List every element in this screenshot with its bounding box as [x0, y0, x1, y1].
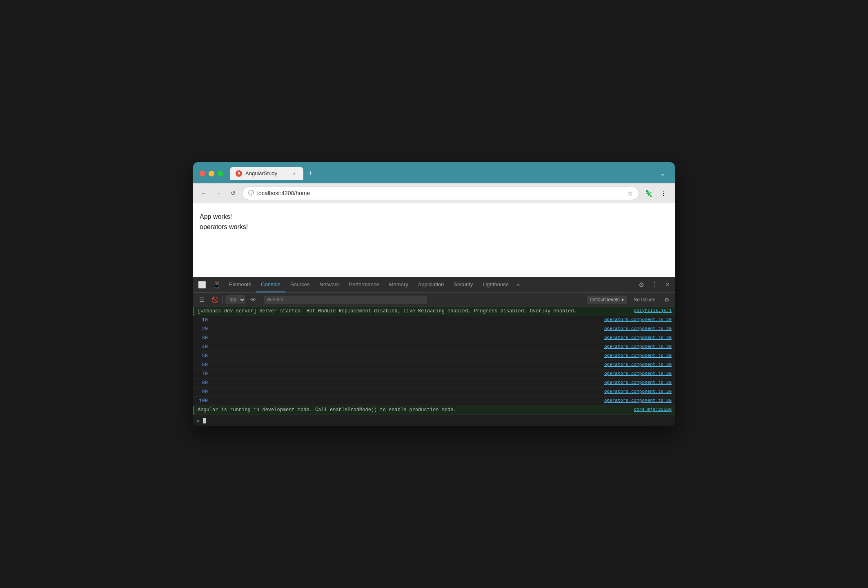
console-source-link[interactable]: operators.component.ts:20 [604, 353, 672, 358]
filter-input-container: ⊘ Filter [264, 296, 427, 304]
tab-lighthouse[interactable]: Lighthouse [478, 277, 514, 292]
console-line: Angular is running in development mode. … [193, 406, 675, 415]
tab-title: AngularStudy [245, 170, 277, 176]
filter-input[interactable] [273, 297, 297, 303]
back-button[interactable]: ← [198, 187, 209, 199]
console-line: 80operators.component.ts:20 [193, 379, 675, 388]
console-settings-button[interactable]: ⚙ [662, 295, 672, 305]
reload-button[interactable]: ↺ [227, 187, 239, 199]
console-sidebar-button[interactable]: ☰ [196, 294, 207, 305]
console-number: 80 [196, 380, 213, 386]
tabs-end: ⌄ [657, 168, 668, 179]
console-divider [223, 296, 223, 304]
console-number: 60 [196, 362, 213, 368]
minimize-button[interactable] [209, 171, 214, 176]
console-line: 50operators.component.ts:20 [193, 352, 675, 361]
no-issues-button[interactable]: No Issues [630, 296, 659, 304]
title-bar: A AngularStudy × + ⌄ [193, 162, 675, 183]
page-content: App works! operators works! [193, 203, 675, 277]
default-levels-button[interactable]: Default levels ▾ [587, 296, 627, 304]
tab-sources[interactable]: Sources [285, 277, 315, 292]
address-url: localhost:4200/home [257, 190, 624, 196]
console-line: 60operators.component.ts:20 [193, 361, 675, 370]
console-source-link[interactable]: operators.component.ts:20 [604, 389, 672, 394]
console-line: 20operators.component.ts:20 [193, 325, 675, 334]
tab-favicon: A [236, 170, 242, 177]
console-source-link[interactable]: operators.component.ts:20 [604, 344, 672, 349]
console-number: 70 [196, 371, 213, 377]
expand-button[interactable]: ⌄ [657, 168, 668, 179]
console-number: 40 [196, 344, 213, 350]
devtools-inspect-icon[interactable]: ⬜ [195, 281, 209, 289]
console-number: 30 [196, 335, 213, 341]
console-message-text: [webpack-dev-server] Server started: Hot… [198, 308, 628, 314]
devtools-menu-button[interactable]: ⋮ [649, 279, 660, 290]
tab-close-button[interactable]: × [291, 170, 298, 177]
more-tabs-button[interactable]: » [514, 282, 523, 288]
console-line: 40operators.component.ts:20 [193, 343, 675, 352]
traffic-lights [200, 171, 223, 176]
console-input-row: > [193, 415, 675, 426]
console-source-link[interactable]: operators.component.ts:20 [604, 362, 672, 367]
console-number: 10 [196, 317, 213, 323]
devtools-panel: ⬜ 📱 Elements Console Sources Network Per… [193, 277, 675, 426]
console-message-text: Angular is running in development mode. … [198, 407, 628, 413]
maximize-button[interactable] [218, 171, 223, 176]
console-source-link[interactable]: polyfills.js:1 [634, 308, 672, 313]
filter-icon: ⊘ [267, 297, 271, 303]
browser-tab[interactable]: A AngularStudy × [230, 167, 303, 180]
title-bar-top: A AngularStudy × + ⌄ [200, 167, 668, 180]
console-toolbar-right: Default levels ▾ No Issues ⚙ [587, 295, 672, 305]
console-source-link[interactable]: operators.component.ts:20 [604, 371, 672, 376]
devtools-close-button[interactable]: × [662, 279, 673, 290]
profile-button[interactable]: 🦎 [642, 187, 655, 200]
devtools-device-icon[interactable]: 📱 [209, 281, 224, 289]
tab-performance[interactable]: Performance [344, 277, 384, 292]
tab-application[interactable]: Application [413, 277, 449, 292]
tab-security[interactable]: Security [449, 277, 478, 292]
console-line: 100operators.component.ts:20 [193, 397, 675, 406]
console-number: 50 [196, 353, 213, 359]
console-line: 90operators.component.ts:20 [193, 388, 675, 397]
console-line: 10operators.component.ts:20 [193, 316, 675, 325]
new-tab-button[interactable]: + [305, 168, 316, 179]
address-bar: ← → ↺ ⓘ localhost:4200/home ☆ 🦎 ⋮ [193, 183, 675, 203]
console-source-link[interactable]: operators.component.ts:20 [604, 380, 672, 385]
console-source-link[interactable]: core.mjs:25520 [634, 407, 672, 412]
browser-window: A AngularStudy × + ⌄ ← → ↺ ⓘ localhost:4… [193, 162, 675, 426]
console-source-link[interactable]: operators.component.ts:20 [604, 317, 672, 322]
console-number: 20 [196, 326, 213, 332]
lock-icon: ⓘ [248, 189, 254, 197]
tab-memory[interactable]: Memory [384, 277, 413, 292]
address-field[interactable]: ⓘ localhost:4200/home ☆ [242, 187, 639, 200]
context-selector[interactable]: top [225, 295, 245, 304]
star-icon[interactable]: ☆ [627, 189, 633, 197]
console-cursor [203, 418, 206, 423]
console-toolbar: ☰ 🚫 top 👁 ⊘ Filter Default levels ▾ No I… [193, 293, 675, 307]
toolbar-right: 🦎 ⋮ [642, 187, 670, 200]
console-source-link[interactable]: operators.component.ts:20 [604, 326, 672, 331]
page-line-1: App works! [200, 212, 668, 222]
tab-elements[interactable]: Elements [224, 277, 256, 292]
forward-button[interactable]: → [213, 187, 224, 199]
page-line-2: operators works! [200, 222, 668, 232]
close-button[interactable] [200, 171, 205, 176]
console-clear-button[interactable]: 🚫 [209, 294, 220, 305]
console-line: 70operators.component.ts:20 [193, 370, 675, 379]
menu-button[interactable]: ⋮ [657, 187, 670, 200]
console-number: 100 [196, 398, 213, 404]
console-source-link[interactable]: operators.component.ts:20 [604, 335, 672, 340]
tab-network[interactable]: Network [315, 277, 344, 292]
console-line: [webpack-dev-server] Server started: Hot… [193, 307, 675, 316]
console-prompt: > [196, 418, 200, 424]
console-line: 30operators.component.ts:20 [193, 334, 675, 343]
tab-console[interactable]: Console [256, 277, 285, 292]
console-source-link[interactable]: operators.component.ts:20 [604, 398, 672, 403]
console-eye-button[interactable]: 👁 [248, 294, 258, 305]
console-divider-2 [261, 296, 261, 304]
devtools-actions: ⚙ ⋮ × [636, 279, 673, 290]
devtools-settings-button[interactable]: ⚙ [636, 279, 647, 290]
console-output: [webpack-dev-server] Server started: Hot… [193, 307, 675, 415]
console-number: 90 [196, 389, 213, 395]
devtools-tabs-bar: ⬜ 📱 Elements Console Sources Network Per… [193, 277, 675, 293]
